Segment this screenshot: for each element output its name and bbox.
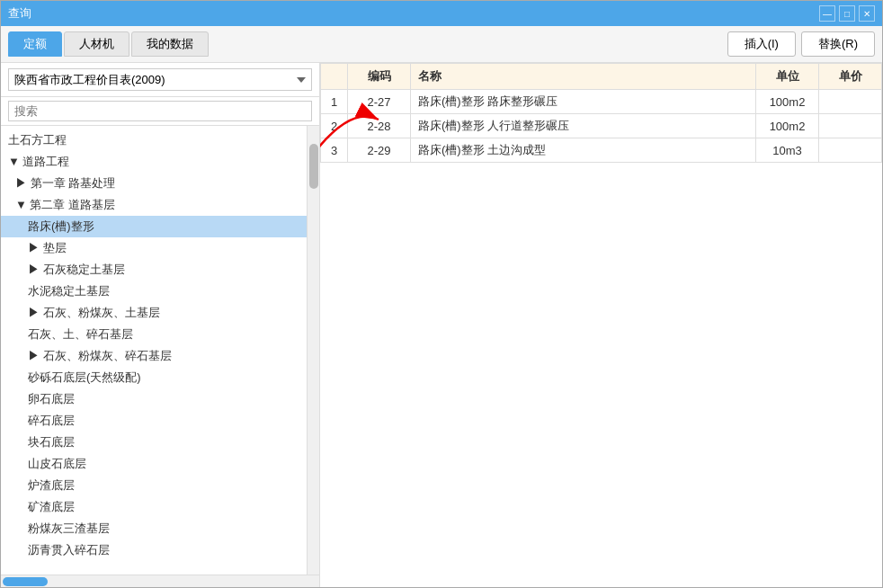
tab-rencaiji[interactable]: 人材机 — [64, 31, 129, 57]
tree-item[interactable]: 块石底层 — [1, 432, 307, 453]
tree-item[interactable]: ▶ 石灰、粉煤灰、碎石基层 — [1, 345, 307, 367]
vscroll-thumb[interactable] — [309, 144, 318, 189]
replace-button[interactable]: 替换(R) — [801, 31, 875, 57]
titlebar: 查询 — □ ✕ — [1, 1, 882, 26]
cell-code: 2-29 — [348, 138, 411, 163]
tab-bar: 定额 人材机 我的数据 — [8, 31, 209, 57]
col-header-num — [321, 64, 348, 90]
table-container: 编码 名称 单位 单价 12-27路床(槽)整形 路床整形碾压100m222-2… — [320, 63, 882, 587]
tree-item[interactable]: 炉渣底层 — [1, 475, 307, 496]
tree-area: 土石方工程▼ 道路工程▶ 第一章 路基处理▼ 第二章 道路基层 路床(槽)整形▶… — [1, 126, 307, 575]
search-input[interactable] — [8, 101, 312, 121]
tab-dinge[interactable]: 定额 — [8, 31, 62, 57]
tree-item[interactable]: ▼ 第二章 道路基层 — [1, 194, 307, 216]
tab-wodeshuji[interactable]: 我的数据 — [131, 31, 209, 57]
tree-item[interactable]: 砂砾石底层(天然级配) — [1, 367, 307, 388]
table-row[interactable]: 32-29路床(槽)整形 土边沟成型10m3 — [321, 138, 882, 163]
cell-price — [819, 138, 882, 163]
cell-name: 路床(槽)整形 土边沟成型 — [411, 138, 756, 163]
col-header-price: 单价 — [819, 64, 882, 90]
col-header-code: 编码 — [348, 64, 411, 90]
tree-item[interactable]: 山皮石底层 — [1, 453, 307, 475]
right-panel: 编码 名称 单位 单价 12-27路床(槽)整形 路床整形碾压100m222-2… — [320, 63, 882, 587]
main-window: 查询 — □ ✕ 定额 人材机 我的数据 插入(I) 替换(R) 陕西省市政工程… — [0, 0, 883, 588]
cell-unit: 100m2 — [756, 90, 819, 114]
tree-item[interactable]: 路床(槽)整形 — [1, 216, 307, 237]
cell-code: 2-28 — [348, 114, 411, 138]
cell-name: 路床(槽)整形 路床整形碾压 — [411, 90, 756, 114]
toolbar: 定额 人材机 我的数据 插入(I) 替换(R) — [1, 26, 882, 63]
tree-item[interactable]: 卵石底层 — [1, 388, 307, 410]
titlebar-controls: — □ ✕ — [819, 5, 875, 22]
main-content: 陕西省市政工程价目表(2009) 土石方工程▼ 道路工程▶ 第一章 路基处理▼ … — [1, 63, 882, 587]
table-header-row: 编码 名称 单位 单价 — [321, 64, 882, 90]
tree-item[interactable]: 土石方工程 — [1, 129, 307, 151]
vertical-scrollbar[interactable] — [307, 126, 319, 575]
table-row[interactable]: 22-28路床(槽)整形 人行道整形碾压100m2 — [321, 114, 882, 138]
cell-num: 1 — [321, 90, 348, 114]
col-header-unit: 单位 — [756, 64, 819, 90]
dropdown-wrapper: 陕西省市政工程价目表(2009) — [1, 63, 319, 97]
tree-item[interactable]: 石灰、土、碎石基层 — [1, 324, 307, 345]
tree-item[interactable]: 粉煤灰三渣基层 — [1, 518, 307, 539]
insert-button[interactable]: 插入(I) — [727, 31, 796, 57]
tree-item[interactable]: ▶ 第一章 路基处理 — [1, 173, 307, 194]
cell-num: 3 — [321, 138, 348, 163]
cell-unit: 10m3 — [756, 138, 819, 163]
cell-code: 2-27 — [348, 90, 411, 114]
hscroll-thumb[interactable] — [3, 577, 48, 586]
tree-item[interactable]: ▶ 垫层 — [1, 237, 307, 259]
bottom-scrollbar[interactable] — [1, 575, 319, 587]
col-header-name: 名称 — [411, 64, 756, 90]
action-buttons: 插入(I) 替换(R) — [727, 31, 875, 57]
minimize-button[interactable]: — — [819, 5, 835, 22]
tree-item[interactable]: ▼ 道路工程 — [1, 151, 307, 173]
left-panel-scroll: 土石方工程▼ 道路工程▶ 第一章 路基处理▼ 第二章 道路基层 路床(槽)整形▶… — [1, 126, 319, 575]
cell-name: 路床(槽)整形 人行道整形碾压 — [411, 114, 756, 138]
price-table-dropdown[interactable]: 陕西省市政工程价目表(2009) — [8, 68, 312, 91]
close-button[interactable]: ✕ — [859, 5, 875, 22]
left-panel: 陕西省市政工程价目表(2009) 土石方工程▼ 道路工程▶ 第一章 路基处理▼ … — [1, 63, 320, 587]
search-wrapper — [1, 97, 319, 126]
tree-item[interactable]: 水泥稳定土基层 — [1, 281, 307, 302]
table-body: 12-27路床(槽)整形 路床整形碾压100m222-28路床(槽)整形 人行道… — [321, 90, 882, 163]
cell-price — [819, 114, 882, 138]
tree-item[interactable]: 矿渣底层 — [1, 496, 307, 518]
cell-price — [819, 90, 882, 114]
tree-container: 土石方工程▼ 道路工程▶ 第一章 路基处理▼ 第二章 道路基层 路床(槽)整形▶… — [1, 126, 307, 575]
tree-item[interactable]: ▶ 石灰稳定土基层 — [1, 259, 307, 281]
cell-unit: 100m2 — [756, 114, 819, 138]
tree-item[interactable]: ▶ 石灰、粉煤灰、土基层 — [1, 302, 307, 324]
table-row[interactable]: 12-27路床(槽)整形 路床整形碾压100m2 — [321, 90, 882, 114]
maximize-button[interactable]: □ — [839, 5, 855, 22]
cell-num: 2 — [321, 114, 348, 138]
tree-item[interactable]: 碎石底层 — [1, 410, 307, 432]
tree-item[interactable]: 沥青贯入碎石层 — [1, 539, 307, 561]
data-table: 编码 名称 单位 单价 12-27路床(槽)整形 路床整形碾压100m222-2… — [320, 63, 882, 163]
window-title: 查询 — [8, 5, 31, 22]
